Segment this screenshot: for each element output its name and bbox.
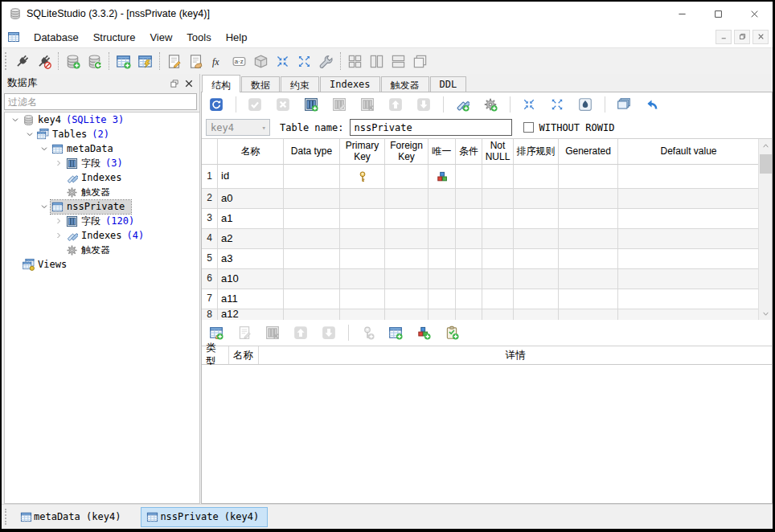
cell-a0-check-condition[interactable] (456, 189, 482, 208)
cell-a1-name[interactable]: a1 (218, 209, 284, 228)
tree-item-metadata-indexes[interactable]: Indexes (5, 170, 199, 185)
tree-item-nssprivate-triggers[interactable]: 触发器 (5, 243, 199, 257)
cell-a10-data-type[interactable] (284, 269, 340, 289)
float-panel-icon[interactable] (167, 76, 182, 91)
unique-add-icon[interactable] (413, 323, 433, 343)
chevron-collapsed-icon[interactable] (51, 157, 65, 170)
mdi-restore-button[interactable] (734, 30, 750, 44)
tab-ddl[interactable]: DDL (430, 76, 467, 92)
cell-a10-default-value[interactable] (618, 269, 760, 289)
cell-id-collation[interactable] (514, 165, 559, 188)
cell-a0-collation[interactable] (514, 189, 559, 208)
expand-windows-icon[interactable] (293, 51, 315, 72)
chevron-expanded-icon[interactable] (23, 128, 36, 141)
chevron-collapsed-icon[interactable] (51, 229, 65, 242)
windows-stack-icon[interactable] (613, 95, 634, 115)
foreign-key-add-icon[interactable] (385, 323, 405, 343)
cell-a2-primary-key[interactable] (340, 229, 385, 248)
cell-a1-unique[interactable] (429, 209, 456, 228)
cell-a1-generated[interactable] (559, 209, 618, 228)
cell-a11-default-value[interactable] (618, 289, 760, 309)
tree-item-metadata-columns[interactable]: 字段(3) (5, 156, 199, 170)
cell-a3-collation[interactable] (514, 249, 559, 268)
cell-a11-data-type[interactable] (284, 289, 340, 309)
mdi-cascade-icon[interactable] (409, 51, 431, 72)
tab-triggers[interactable]: 触发器 (381, 76, 429, 92)
tab-indexes[interactable]: Indexes (320, 76, 380, 92)
cell-a10-primary-key[interactable] (340, 269, 385, 289)
cell-a12-primary-key[interactable] (340, 309, 385, 320)
tab-structure[interactable]: 结构 (202, 75, 240, 92)
cell-a11-name[interactable]: a11 (218, 289, 284, 309)
cell-a1-not-null[interactable] (482, 209, 514, 228)
cell-a1-check-condition[interactable] (456, 209, 482, 228)
mdi-tile-columns-icon[interactable] (366, 51, 388, 72)
configuration-wrench-icon[interactable] (315, 51, 337, 72)
cell-a12-check-condition[interactable] (456, 309, 482, 320)
format-sql-ink-icon[interactable] (575, 95, 595, 115)
expand-windows-icon[interactable] (547, 95, 567, 115)
cell-a3-not-null[interactable] (482, 249, 514, 268)
undo-arrow-icon[interactable] (642, 95, 662, 115)
unique-icon[interactable] (429, 165, 456, 188)
cell-a2-unique[interactable] (429, 229, 456, 248)
close-button[interactable] (736, 2, 773, 26)
scroll-up-icon[interactable] (759, 139, 772, 152)
cell-a3-generated[interactable] (559, 249, 618, 268)
cell-a12-unique[interactable] (429, 309, 456, 320)
cell-a0-unique[interactable] (429, 189, 456, 208)
table-new-generated-icon[interactable] (134, 51, 156, 72)
tree-item-nssprivate-columns[interactable]: 字段(120) (5, 214, 199, 228)
cell-a11-unique[interactable] (429, 289, 456, 309)
tree-item-nssprivate-indexes[interactable]: Indexes(4) (5, 228, 199, 243)
tree-item-tables-group[interactable]: Tables(2) (5, 127, 199, 141)
execute-sql-file-icon[interactable] (185, 51, 207, 72)
collation-editor-icon[interactable]: a·z (228, 51, 250, 72)
cell-a12-foreign-key[interactable] (385, 309, 429, 320)
cell-a0-name[interactable]: a0 (218, 189, 284, 208)
cell-a11-not-null[interactable] (482, 289, 514, 309)
cell-a0-not-null[interactable] (482, 189, 514, 208)
cell-a10-unique[interactable] (429, 269, 456, 289)
cell-a10-name[interactable]: a10 (218, 269, 284, 289)
cell-a12-collation[interactable] (514, 309, 559, 320)
cell-a3-primary-key[interactable] (340, 249, 385, 268)
without-rowid-checkbox[interactable] (523, 122, 534, 133)
taskbar-metadata-window[interactable]: metaData (key4) (14, 507, 129, 527)
close-panel-icon[interactable] (182, 76, 196, 91)
tab-constraints[interactable]: 约束 (281, 76, 319, 92)
tree-item-views-group[interactable]: Views (5, 257, 199, 272)
cell-a12-not-null[interactable] (482, 309, 514, 320)
mdi-tile-rows-icon[interactable] (388, 51, 409, 72)
cell-a2-check-condition[interactable] (456, 229, 482, 248)
cell-a2-default-value[interactable] (618, 229, 760, 248)
database-refresh-icon[interactable] (84, 51, 105, 72)
cell-a0-foreign-key[interactable] (385, 189, 429, 208)
cell-a2-foreign-key[interactable] (385, 229, 429, 248)
cell-id-default-value[interactable] (618, 165, 760, 188)
cell-a11-foreign-key[interactable] (385, 289, 429, 309)
extension-cube-icon[interactable] (250, 51, 272, 72)
cell-a12-default-value[interactable] (618, 309, 760, 320)
scroll-down-icon[interactable] (759, 307, 772, 320)
cell-id-not-null[interactable] (482, 165, 514, 188)
cell-a11-generated[interactable] (559, 289, 618, 309)
tree-item-table-nssprivate[interactable]: nssPrivate (5, 199, 199, 214)
collapse-windows-icon[interactable] (272, 51, 293, 72)
constraint-add-icon[interactable] (206, 323, 226, 343)
mdi-tile-grid-icon[interactable] (344, 51, 366, 72)
cell-a2-generated[interactable] (559, 229, 618, 248)
cell-a1-primary-key[interactable] (340, 209, 385, 228)
cell-a0-generated[interactable] (559, 189, 618, 208)
maximize-button[interactable] (700, 2, 736, 26)
cell-a3-check-condition[interactable] (456, 249, 482, 268)
cell-a10-collation[interactable] (514, 269, 559, 289)
cell-a11-primary-key[interactable] (340, 289, 385, 309)
cell-a3-default-value[interactable] (618, 249, 760, 268)
tab-data[interactable]: 数据 (241, 76, 280, 92)
cell-a11-check-condition[interactable] (456, 289, 482, 309)
cell-a10-foreign-key[interactable] (385, 269, 429, 289)
refresh-structure-icon[interactable] (206, 95, 226, 115)
tree-item-db-key4[interactable]: key4(SQLite 3) (5, 113, 199, 127)
cell-a3-name[interactable]: a3 (218, 249, 284, 268)
